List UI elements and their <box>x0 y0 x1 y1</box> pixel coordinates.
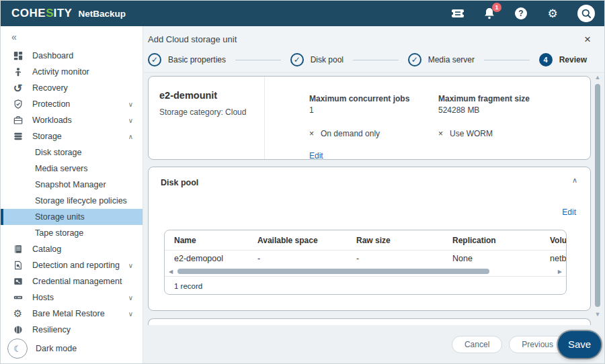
unit-summary: e2-demounit Storage category: Cloud <box>149 77 265 159</box>
sidebar-item-storage-lifecycle-policies[interactable]: Storage lifecycle policies <box>1 193 143 209</box>
vertical-scrollbar: ▲ ▼ <box>594 74 602 324</box>
vertical-scroll-thumb[interactable] <box>595 84 600 307</box>
sidebar-item-resiliency[interactable]: Resiliency <box>1 322 143 338</box>
cell-replication: None <box>452 254 550 263</box>
sidebar-item-label: Workloads <box>32 116 72 125</box>
settings-gear-icon[interactable]: ⚙ <box>546 7 559 20</box>
step-label: Media server <box>428 55 475 64</box>
step-check-icon: ✓ <box>408 53 421 66</box>
scroll-right-icon[interactable]: ▶ <box>558 269 562 275</box>
sidebar-item-credential-management[interactable]: Credential management <box>1 273 143 289</box>
collapse-chevrons-icon: « <box>11 32 17 42</box>
field-label: Maximum fragment size <box>438 94 530 103</box>
wizard-header: Add Cloud storage unit × ✓ Basic propert… <box>144 26 604 73</box>
column-header-name: Name <box>165 236 257 245</box>
sidebar-nav: « Dashboard Activity monitor ↺ Reco <box>1 26 143 363</box>
sidebar-item-storage[interactable]: Storage ∧ <box>1 128 143 144</box>
column-header-available-space: Available space <box>257 236 356 245</box>
logo-text-s: S <box>46 7 53 20</box>
settings-column-2: Maximum fragment size 524288 MB × Use WO… <box>438 94 530 159</box>
sidebar-item-catalog[interactable]: Catalog <box>1 241 143 257</box>
sidebar-item-label: Storage lifecycle policies <box>35 196 127 206</box>
scroll-down-icon[interactable]: ▼ <box>594 311 602 318</box>
unit-settings: Maximum concurrent jobs 1 × On demand on… <box>265 77 590 159</box>
sidebar-item-label: Tape storage <box>35 228 83 238</box>
sidebar-collapse-button[interactable]: « <box>1 26 143 48</box>
sidebar-item-workloads[interactable]: Workloads ∨ <box>1 112 143 128</box>
step-label: Disk pool <box>311 55 344 64</box>
sidebar-item-hosts[interactable]: Hosts ∨ <box>1 289 143 306</box>
step-check-icon: ✓ <box>290 53 304 66</box>
sidebar-item-detection-and-reporting[interactable]: Detection and reporting ∨ <box>1 257 143 273</box>
sidebar-item-label: Storage units <box>35 212 85 222</box>
sidebar-item-bare-metal-restore[interactable]: ⚙ Bare Metal Restore ∨ <box>1 306 143 322</box>
step-review[interactable]: 4 Review <box>539 53 587 66</box>
field-value: 1 <box>309 105 438 115</box>
sidebar-item-storage-units[interactable]: Storage units <box>1 209 143 225</box>
column-header-replication: Replication <box>452 236 550 245</box>
horizontal-scrollbar: ◀ ▶ <box>165 267 566 276</box>
edit-disk-pool-link[interactable]: Edit <box>562 208 576 217</box>
collapse-section-icon[interactable]: ∧ <box>572 176 577 185</box>
edit-basic-properties-link[interactable]: Edit <box>309 151 323 161</box>
sidebar-item-protection[interactable]: Protection ∨ <box>1 96 143 112</box>
settings-column-1: Maximum concurrent jobs 1 × On demand on… <box>309 94 438 159</box>
dark-mode-toggle[interactable]: ☾ Dark mode <box>7 338 77 359</box>
scroll-up-icon[interactable]: ▲ <box>594 74 602 81</box>
sidebar-item-label: Credential management <box>32 277 122 286</box>
step-basic-properties[interactable]: ✓ Basic properties <box>148 53 226 66</box>
search-avatar-icon[interactable] <box>577 5 595 22</box>
sidebar-item-label: Activity monitor <box>32 67 89 77</box>
dashboard-icon <box>12 50 24 62</box>
workloads-briefcase-icon <box>12 115 24 126</box>
save-button[interactable]: Save <box>558 331 601 358</box>
sidebar-item-snapshot-manager[interactable]: Snapshot Manager <box>1 177 143 193</box>
flag-use-worm: × Use WORM <box>438 129 530 138</box>
license-ticket-icon[interactable] <box>451 7 465 20</box>
step-label: Review <box>559 55 587 64</box>
table-row[interactable]: e2-demopool - - None netbackup <box>165 251 566 267</box>
next-section-partial-card <box>148 318 591 325</box>
chevron-down-icon: ∨ <box>128 117 133 124</box>
chevron-down-icon: ∨ <box>128 294 133 302</box>
top-bar: COHESITY NetBackup 1 <box>1 1 604 26</box>
horizontal-scroll-thumb[interactable] <box>177 269 489 274</box>
close-icon[interactable]: × <box>584 34 591 45</box>
sidebar-item-label: Dashboard <box>32 51 73 60</box>
notifications-bell-icon[interactable]: 1 <box>483 7 496 20</box>
field-label: Maximum concurrent jobs <box>309 94 438 103</box>
scroll-left-icon[interactable]: ◀ <box>169 269 173 275</box>
stepper-connector <box>484 60 530 60</box>
help-icon[interactable]: ? <box>514 7 528 20</box>
disk-pool-section: Disk pool ∧ Edit Name Available space Ra… <box>148 167 591 311</box>
stepper-connector <box>235 60 281 60</box>
cell-raw-size: - <box>356 254 452 263</box>
stepper-connector <box>353 60 399 60</box>
field-value: 524288 MB <box>438 105 530 115</box>
flag-on-demand-only: × On demand only <box>309 129 438 138</box>
step-media-server[interactable]: ✓ Media server <box>408 53 475 66</box>
sidebar-item-dashboard[interactable]: Dashboard <box>1 48 143 64</box>
disk-pool-section-title: Disk pool <box>161 178 198 187</box>
cross-icon: × <box>309 129 314 138</box>
sidebar-item-disk-storage[interactable]: Disk storage <box>1 144 143 161</box>
storage-database-icon <box>12 131 24 142</box>
record-count: 1 record <box>165 276 566 290</box>
chevron-down-icon: ∨ <box>128 262 133 269</box>
cell-available-space: - <box>257 254 356 263</box>
chevron-down-icon: ∨ <box>128 310 133 318</box>
sidebar-item-recovery[interactable]: ↺ Recovery <box>1 80 143 96</box>
sidebar-item-tape-storage[interactable]: Tape storage <box>1 225 143 241</box>
recovery-icon: ↺ <box>12 83 24 94</box>
cross-icon: × <box>438 129 443 138</box>
sidebar-item-media-servers[interactable]: Media servers <box>1 161 143 177</box>
activity-monitor-icon <box>12 66 24 78</box>
cancel-button[interactable]: Cancel <box>452 336 502 353</box>
review-summary-card: e2-demounit Storage category: Cloud Maxi… <box>148 76 591 160</box>
step-disk-pool[interactable]: ✓ Disk pool <box>290 53 344 66</box>
step-check-icon: ✓ <box>148 53 161 66</box>
sidebar-item-activity-monitor[interactable]: Activity monitor <box>1 64 143 80</box>
notification-count-badge: 1 <box>492 3 501 12</box>
hosts-server-icon <box>12 292 24 304</box>
app-window: COHESITY NetBackup 1 <box>0 0 605 364</box>
